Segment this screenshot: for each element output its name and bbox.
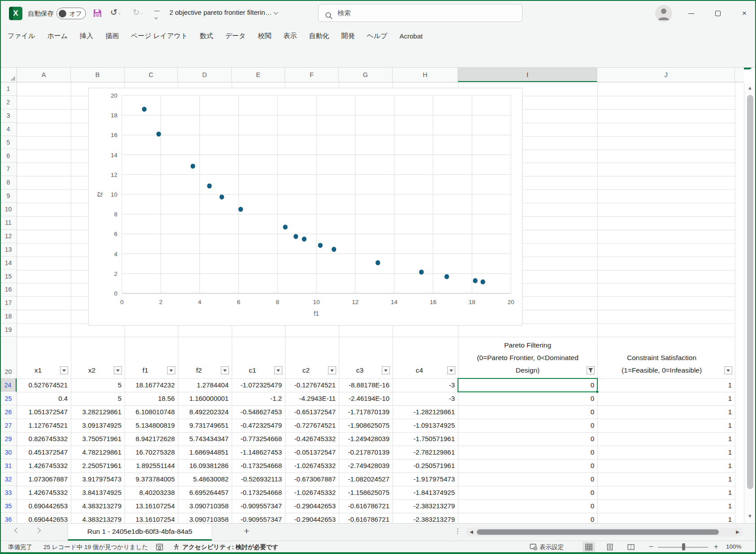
cell-F32[interactable]: -0.673067887 — [285, 472, 339, 486]
cell-F36[interactable]: -0.290442653 — [285, 513, 339, 523]
cell-B29[interactable]: 3.750571961 — [71, 432, 125, 446]
page-break-preview-button[interactable] — [625, 542, 637, 552]
sheet-tab-active[interactable]: Run 1 - 2405e1db-60f3-4bfa-84a5 — [68, 524, 212, 541]
cell-H33[interactable]: -1.841374925 — [393, 486, 458, 499]
horizontal-scrollbar[interactable]: ◀ ▶ — [466, 528, 743, 537]
cell-B33[interactable]: 3.841374925 — [71, 486, 125, 499]
cell-I33[interactable]: 0 — [458, 486, 597, 499]
cell-B31[interactable]: 2.250571961 — [71, 459, 125, 472]
row-header-35[interactable]: 35 — [0, 499, 17, 513]
accessibility-status[interactable]: アクセシビリティ: 検討が必要です — [182, 543, 278, 551]
excel-app-icon[interactable]: X — [9, 7, 22, 20]
redo-button[interactable]: ↻⌄ — [133, 7, 144, 17]
row-header-2[interactable]: 2 — [0, 96, 17, 109]
horizontal-scroll-thumb[interactable] — [477, 529, 719, 535]
cell-D36[interactable]: 3.090710358 — [178, 513, 232, 523]
row-header-17[interactable]: 17 — [0, 296, 17, 310]
zoom-slider-handle[interactable] — [682, 543, 685, 550]
cell-C33[interactable]: 8.40203238 — [125, 486, 178, 499]
cell-E31[interactable]: -0.173254668 — [232, 459, 285, 472]
cell-H24[interactable]: -3 — [393, 378, 458, 392]
cell-F25[interactable]: -4.2943E-11 — [285, 392, 339, 405]
more-options-icon[interactable]: ⋮ — [454, 527, 461, 535]
scroll-right-icon[interactable]: ▶ — [736, 529, 739, 534]
cell-F27[interactable]: -0.727674521 — [285, 419, 339, 432]
filter-dropdown-c1[interactable] — [274, 366, 282, 374]
cell-H25[interactable]: -3 — [393, 392, 458, 405]
cell-G25[interactable]: -2.46194E-10 — [339, 392, 393, 405]
account-avatar[interactable] — [655, 5, 672, 22]
cell-E30[interactable]: -1.148627453 — [232, 446, 285, 459]
cell-D24[interactable]: 1.2784404 — [178, 378, 232, 392]
cell-F31[interactable]: -1.026745332 — [285, 459, 339, 472]
cell-H36[interactable]: -2.383213279 — [393, 513, 458, 523]
cell-I31[interactable]: 0 — [458, 459, 597, 472]
cell-J32[interactable]: 1 — [597, 472, 735, 486]
row-header-20[interactable]: 20 — [0, 337, 17, 378]
ribbon-tab-挿入[interactable]: 挿入 — [80, 32, 93, 40]
cell-D25[interactable]: 1.160000001 — [178, 392, 232, 405]
cell-A32[interactable]: 1.073067887 — [17, 472, 71, 486]
row-header-8[interactable]: 8 — [0, 176, 17, 189]
scroll-left-icon[interactable]: ◀ — [470, 529, 473, 534]
ribbon-tab-ファイル[interactable]: ファイル — [8, 32, 35, 40]
ribbon-tab-表示[interactable]: 表示 — [283, 32, 297, 40]
row-header-1[interactable]: 1 — [0, 82, 17, 96]
row-header-16[interactable]: 16 — [0, 283, 17, 296]
cell-F35[interactable]: -0.290442653 — [285, 499, 339, 513]
cell-J25[interactable]: 1 — [597, 392, 735, 405]
row-header-10[interactable]: 10 — [0, 203, 17, 216]
cell-D29[interactable]: 5.743434347 — [178, 432, 232, 446]
cell-F30[interactable]: -0.051372547 — [285, 446, 339, 459]
cell-D30[interactable]: 1.686944851 — [178, 446, 232, 459]
cell-J31[interactable]: 1 — [597, 459, 735, 472]
cell-G27[interactable]: -1.908625075 — [339, 419, 393, 432]
cell-G24[interactable]: -8.88178E-16 — [339, 378, 393, 392]
column-header-H[interactable]: H — [393, 68, 458, 82]
ribbon-tab-ホーム[interactable]: ホーム — [47, 32, 68, 40]
cell-B35[interactable]: 4.383213279 — [71, 499, 125, 513]
vertical-scrollbar[interactable]: ▲ ▼ — [744, 82, 756, 523]
cell-I30[interactable]: 0 — [458, 446, 597, 459]
cell-J24[interactable]: 1 — [597, 378, 735, 392]
cell-B26[interactable]: 3.282129861 — [71, 405, 125, 419]
cell-G36[interactable]: -0.616786721 — [339, 513, 393, 523]
cell-B32[interactable]: 3.917975473 — [71, 472, 125, 486]
cell-J35[interactable]: 1 — [597, 499, 735, 513]
row-header-12[interactable]: 12 — [0, 230, 17, 243]
cell-G30[interactable]: -0.217870139 — [339, 446, 393, 459]
filter-dropdown-f1[interactable] — [167, 366, 175, 374]
cell-F29[interactable]: -0.426745332 — [285, 432, 339, 446]
row-header-14[interactable]: 14 — [0, 257, 17, 270]
cell-E27[interactable]: -0.472325479 — [232, 419, 285, 432]
cell-A33[interactable]: 1.426745332 — [17, 486, 71, 499]
cell-J27[interactable]: 1 — [597, 419, 735, 432]
cell-I32[interactable]: 0 — [458, 472, 597, 486]
cell-F26[interactable]: -0.651372547 — [285, 405, 339, 419]
cell-A27[interactable]: 1.127674521 — [17, 419, 71, 432]
maximize-button[interactable] — [706, 0, 730, 27]
cell-A25[interactable]: 0.4 — [17, 392, 71, 405]
next-sheet-icon[interactable] — [35, 528, 41, 533]
row-header-13[interactable]: 13 — [0, 243, 17, 257]
cell-C29[interactable]: 8.942172628 — [125, 432, 178, 446]
add-sheet-button[interactable]: + — [244, 526, 249, 537]
close-button[interactable]: × — [732, 0, 756, 27]
cell-I36[interactable]: 0 — [458, 513, 597, 523]
row-header-26[interactable]: 26 — [0, 405, 17, 419]
cell-G29[interactable]: -1.249428039 — [339, 432, 393, 446]
filter-dropdown-constraint[interactable] — [724, 366, 732, 374]
cell-D31[interactable]: 16.09381286 — [178, 459, 232, 472]
cell-H29[interactable]: -1.750571961 — [393, 432, 458, 446]
save-button[interactable] — [92, 8, 103, 20]
cell-B25[interactable]: 5 — [71, 392, 125, 405]
fill-handle[interactable] — [596, 390, 599, 393]
cell-H35[interactable]: -2.383213279 — [393, 499, 458, 513]
cell-C24[interactable]: 18.16774232 — [125, 378, 178, 392]
row-header-33[interactable]: 33 — [0, 486, 17, 499]
previous-sheet-icon[interactable] — [14, 528, 20, 533]
column-header-F[interactable]: F — [285, 68, 339, 82]
column-header-E[interactable]: E — [232, 68, 285, 82]
quick-access-customize-icon[interactable] — [154, 11, 160, 21]
row-header-9[interactable]: 9 — [0, 189, 17, 203]
